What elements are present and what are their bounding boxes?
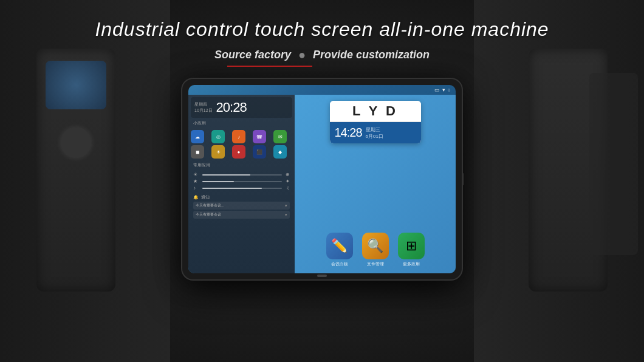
lyd-day: 星期三: [366, 126, 383, 133]
files-icon: 🔍: [362, 233, 389, 259]
lyd-time: 14:28: [335, 126, 362, 140]
time-display: 20:28: [216, 100, 247, 115]
tablet-screen[interactable]: ▭ ▾ ○ 星期四 10月12日 20:28: [188, 85, 456, 273]
brightness-control: ☀ ⊕: [193, 172, 290, 177]
tablet-home-button: [317, 275, 327, 277]
wifi-icon: ▾: [442, 87, 445, 93]
status-icons: ▭ ▾ ○: [434, 87, 451, 93]
page-title: Industrial control touch screen all-in-o…: [95, 18, 549, 41]
files-label: 文件管理: [367, 261, 384, 267]
underline-provide: [320, 66, 417, 67]
notifications-section: 🔔 通知 今天有重要会议... ▾ 今天有重要会议 ▾: [191, 193, 292, 271]
more-icon: ⊞: [398, 233, 425, 259]
lyd-clock-widget: L Y D 14:28 星期三 6月01口: [330, 101, 421, 143]
subtitle-separator: ●: [298, 48, 306, 62]
lyd-date: 6月01口: [366, 133, 383, 140]
app-icon-8[interactable]: ⬛: [253, 145, 266, 159]
main-content: Industrial control touch screen all-in-o…: [0, 0, 644, 362]
whiteboard-icon: ✏️: [326, 233, 353, 259]
app-more[interactable]: ⊞ 更多应用: [398, 233, 425, 267]
lyd-body: 14:28 星期三 6月01口: [330, 122, 421, 143]
notification-item-0[interactable]: 今天有重要会议... ▾: [193, 202, 290, 210]
notifications-label: 🔔 通知: [193, 194, 290, 200]
left-panel: 星期四 10月12日 20:28 小应用 ☁ ◎ ♪ ☎ ✉ ◼: [188, 95, 295, 273]
notification-text-0: 今天有重要会议...: [196, 203, 224, 208]
tablet-device: ▭ ▾ ○ 星期四 10月12日 20:28: [182, 79, 462, 279]
controls-label: 常用应用: [191, 161, 292, 169]
whiteboard-label: 会议白板: [331, 261, 348, 267]
star-max-icon: ✦: [284, 179, 290, 184]
controls-section: ☀ ⊕ ★ ✦: [191, 171, 292, 192]
notification-text-1: 今天有重要会议: [196, 212, 221, 217]
app-icon-0[interactable]: ☁: [191, 130, 204, 143]
notification-item-1[interactable]: 今天有重要会议 ▾: [193, 211, 290, 219]
notif-arrow-0: ▾: [285, 203, 287, 208]
subtitle-source-factory: Source factory: [214, 49, 291, 61]
brightness-icon: ☀: [193, 172, 200, 177]
app-icon-3[interactable]: ☎: [253, 130, 266, 143]
day-label: 星期四: [194, 101, 213, 108]
screen-icon: ▭: [434, 87, 440, 93]
time-section: 星期四 10月12日 20:28: [191, 97, 292, 118]
more-label: 更多应用: [403, 261, 420, 267]
apps-grid: ☁ ◎ ♪ ☎ ✉ ◼ ☀ ● ⬛ ◆: [191, 129, 292, 160]
app-icon-7[interactable]: ●: [232, 145, 245, 159]
brightness-max-icon: ⊕: [284, 172, 290, 177]
app-files[interactable]: 🔍 文件管理: [362, 233, 389, 267]
star-slider[interactable]: [202, 181, 282, 182]
battery-icon: ○: [448, 87, 451, 93]
screen-body: 星期四 10月12日 20:28 小应用 ☁ ◎ ♪ ☎ ✉ ◼: [188, 95, 456, 273]
notif-arrow-1: ▾: [285, 213, 287, 217]
lyd-header: L Y D: [330, 101, 421, 122]
subtitle-row: Source factory ● Provide customization: [214, 48, 430, 62]
app-icon-5[interactable]: ◼: [191, 145, 204, 159]
volume-max-icon: ♫: [284, 185, 290, 191]
volume-icon: ♪: [193, 185, 200, 191]
small-apps-label: 小应用: [191, 119, 292, 128]
date-info: 星期四 10月12日: [194, 101, 213, 114]
app-icon-9[interactable]: ◆: [273, 145, 287, 159]
app-whiteboard[interactable]: ✏️ 会议白板: [326, 233, 353, 267]
underline-source-factory: [227, 66, 312, 67]
star-control: ★ ✦: [193, 179, 290, 184]
app-icon-6[interactable]: ☀: [211, 145, 225, 159]
bell-icon: 🔔: [193, 195, 199, 200]
volume-control: ♪ ♫: [193, 185, 290, 191]
app-icon-2[interactable]: ♪: [232, 130, 245, 143]
date-label: 10月12日: [194, 108, 213, 114]
underline-row: [227, 66, 417, 67]
brightness-slider[interactable]: [202, 174, 282, 176]
star-icon: ★: [193, 179, 200, 184]
app-icon-4[interactable]: ✉: [273, 130, 287, 143]
app-icon-1[interactable]: ◎: [211, 130, 225, 143]
volume-slider[interactable]: [202, 188, 282, 189]
status-bar: ▭ ▾ ○: [188, 85, 456, 95]
tablet-side-button: [462, 173, 464, 185]
subtitle-provide-customization: Provide customization: [313, 49, 430, 61]
right-panel: L Y D 14:28 星期三 6月01口 ✏️: [295, 95, 456, 273]
lyd-meta: 星期三 6月01口: [366, 126, 383, 140]
bottom-apps-row: ✏️ 会议白板 🔍 文件管理 ⊞ 更多应用: [326, 233, 425, 267]
